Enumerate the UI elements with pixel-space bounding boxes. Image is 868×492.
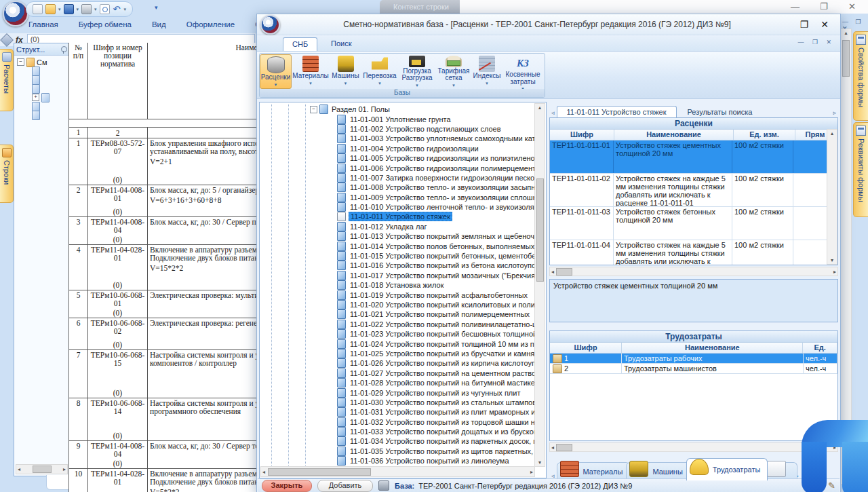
chevron-down-icon[interactable]: ▾ (77, 7, 79, 12)
tree-node[interactable]: 11-01-001 Уплотнение грунта (260, 114, 535, 124)
rates-row[interactable]: ТЕР11-01-011-01Устройство стяжек цементн… (550, 140, 837, 174)
tree-node[interactable]: 11-01-017 Устройство покрытий мозаичных … (260, 271, 535, 280)
add-button[interactable]: Добавить (317, 480, 373, 492)
right-tab-form-properties[interactable]: Свойства формы (853, 31, 868, 121)
structure-node[interactable]: + (17, 93, 69, 102)
rates-col-header[interactable]: Шифр (550, 130, 614, 140)
new-document-icon[interactable] (33, 4, 43, 14)
rates-hscrollbar[interactable]: ◂ ▸ (549, 267, 838, 276)
app-logo[interactable] (3, 1, 28, 26)
chevron-down-icon[interactable]: ▾ (124, 7, 127, 12)
labor-row[interactable]: 2Трудозатраты машинистовчел.-ч (550, 364, 837, 374)
scroll-right-icon[interactable]: ▸ (63, 466, 66, 472)
toolbar-customize-icon[interactable]: ▾ (155, 4, 158, 11)
ribbon-button-rates-cylinder[interactable]: Расценки▼ (260, 54, 292, 89)
tree-node[interactable]: 11-01-005 Устройство гидроизоляции из по… (260, 153, 535, 163)
scroll-left-icon[interactable]: ◂ (551, 269, 554, 275)
scrollbar-thumb[interactable] (268, 468, 371, 476)
tabs-scroll-right-icon[interactable]: ▹ (831, 109, 838, 117)
tab-snb[interactable]: СНБ (283, 37, 317, 51)
sidebar-tab-calculations[interactable]: Расчеты (0, 49, 14, 111)
resource-tab-Трудозатраты[interactable]: Трудозатраты (686, 458, 768, 480)
resource-tab-more[interactable] (764, 462, 797, 480)
ribbon-button-materials-bricks[interactable]: Материалы▼ (292, 54, 330, 89)
rates-col-header[interactable]: Наименование (614, 130, 734, 140)
rates-row[interactable]: ТЕР11-01-011-03Устройство стяжек бетонны… (550, 207, 837, 240)
tree-node[interactable]: 11-01-031 Устройство покрытий из плит мр… (260, 407, 535, 417)
collapse-icon[interactable]: − (310, 106, 317, 113)
tree-node[interactable]: 11-01-035 Устройство покрытий из щитов п… (260, 447, 535, 456)
structure-node[interactable] (17, 75, 69, 84)
dialog-close-button[interactable]: ✕ (814, 19, 835, 30)
tree-node[interactable]: 11-01-008 Устройство тепло- и звукоизоля… (260, 183, 535, 192)
tab-search[interactable]: Поиск (322, 37, 360, 50)
tree-node[interactable]: 11-01-023 Устройство покрытий бесшовных … (260, 329, 535, 339)
labor-col-header[interactable]: Наименование (622, 343, 803, 353)
pin-icon[interactable] (61, 46, 67, 52)
background-tab-context[interactable]: Контекст строки (380, 0, 462, 14)
tree-section-node[interactable]: −Раздел 01. Полы (260, 105, 535, 114)
right-tab-form-requisites[interactable]: Реквизиты формы (853, 122, 868, 217)
scroll-down-icon[interactable]: ▾ (831, 257, 833, 263)
tree-node[interactable]: 11-01-007 Затирка поверхности гидроизоля… (260, 173, 535, 183)
rates-row[interactable]: ТЕР11-01-011-04Устройство стяжек на кажд… (550, 240, 837, 265)
main-restore-button[interactable]: ❐ (820, 2, 828, 11)
ribbon-button-machines-bulldozer[interactable]: Машины▼ (330, 54, 361, 89)
tree-node[interactable]: 11-01-034 Устройство покрытий из паркетн… (260, 436, 535, 446)
scrollbar-thumb[interactable] (536, 178, 544, 282)
labor-row[interactable]: 1Трудозатраты рабочихчел.-ч (550, 354, 837, 364)
detail-tab-search-results[interactable]: Результаты поиска (678, 107, 762, 117)
scroll-left-icon[interactable]: ◂ (551, 444, 554, 451)
chevron-down-icon[interactable]: ▾ (58, 7, 61, 12)
labor-col-header[interactable]: Шифр (550, 343, 622, 353)
main-minimize-button[interactable]: — (791, 3, 800, 12)
structure-hscrollbar[interactable]: ◂ ▸ (16, 464, 68, 474)
main-vscrollbar[interactable]: ▴ ▾ (840, 29, 852, 485)
chevron-down-icon[interactable]: ▾ (94, 7, 97, 12)
tree-vscrollbar[interactable]: ▴ ▾ (534, 103, 545, 467)
tree-node[interactable]: 11-01-010 Устройство ленточной тепло- и … (260, 202, 535, 212)
ribbon-button-tariff-money[interactable]: Тарифная сетка▼ (436, 54, 471, 89)
tree-node[interactable]: 11-01-012 Укладка лаг (260, 222, 535, 231)
tree-node[interactable]: 11-01-015 Устройство покрытий бетонных, … (260, 251, 535, 261)
main-tab-3[interactable]: Оформление (186, 20, 235, 33)
tree-node[interactable]: 11-01-024 Устройство покрытий толщиной 1… (260, 339, 535, 348)
tree-node[interactable]: 11-01-018 Установка жилок (260, 280, 535, 290)
base-selector[interactable]: База: ТЕР-2001 Санкт-Петербург редакция … (395, 482, 823, 490)
sidebar-tab-rows[interactable]: Строки (0, 145, 14, 203)
tree-node[interactable]: 11-01-021 Устройство покрытий полимерцем… (260, 309, 535, 319)
scrollbar-thumb[interactable] (556, 444, 572, 451)
tree-node[interactable]: 11-01-016 Устройство покрытий из бетона … (260, 261, 535, 270)
preview-icon[interactable] (100, 4, 110, 14)
scroll-left-icon[interactable]: ◂ (18, 466, 20, 472)
main-close-button[interactable]: ✕ (848, 2, 856, 11)
labor-col-header[interactable]: Ед. (803, 343, 837, 353)
labor-hscrollbar[interactable]: ◂ ▸ (549, 442, 838, 452)
ribbon-button-indirect-costs[interactable]: КЗКосвенные затраты▼ (502, 54, 543, 89)
detail-tab-current[interactable]: 11-01-011 Устройство стяжек (557, 106, 677, 117)
tabs-scroll-left-icon[interactable]: ◃ (549, 109, 557, 117)
close-button[interactable]: Закрыть (262, 480, 312, 492)
open-folder-icon[interactable] (45, 4, 56, 14)
main-tab-2[interactable]: Вид (152, 20, 166, 33)
dialog-titlebar[interactable]: Сметно-нормативная база - [Расценки - ТЕ… (257, 14, 840, 35)
scrollbar-thumb[interactable] (556, 268, 572, 276)
scroll-up-icon[interactable]: ▴ (831, 130, 833, 136)
scroll-right-icon[interactable]: ▸ (530, 469, 533, 475)
structure-node[interactable] (17, 84, 69, 93)
tree-node[interactable]: 11-01-011 Устройство стяжек (260, 212, 535, 221)
scroll-up-icon[interactable]: ▴ (844, 30, 847, 36)
tree-node[interactable]: 11-01-027 Устройство покрытий на цементн… (260, 368, 535, 378)
collapse-icon[interactable]: − (17, 58, 24, 66)
dialog-restore-button[interactable]: ❐ (794, 19, 814, 30)
save-icon[interactable] (64, 4, 74, 14)
tree-node[interactable]: 11-01-004 Устройство гидроизоляции (260, 144, 535, 153)
ribbon-button-loading-forklift[interactable]: Погрузка Разгрузка▼ (398, 54, 436, 89)
structure-node[interactable] (17, 102, 69, 111)
tree-node[interactable]: 11-01-026 Устройство покрытий из кирпича… (260, 358, 535, 368)
expand-icon[interactable]: + (32, 94, 39, 101)
scroll-down-icon[interactable]: ▾ (538, 459, 541, 466)
resource-tab-Машины[interactable]: Машины (626, 462, 690, 480)
scrollbar-thumb[interactable] (33, 466, 52, 473)
tree-node[interactable]: 11-01-019 Устройство покрытий асфальтобе… (260, 290, 535, 299)
